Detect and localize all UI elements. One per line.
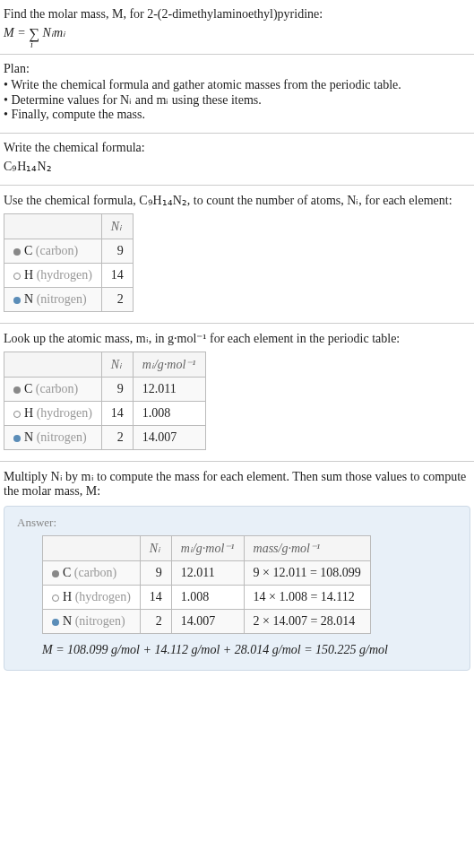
table-row: C (carbon) 9 12.011: [4, 378, 206, 402]
n-cell: 14: [101, 264, 133, 288]
table-row: H (hydrogen) 14 1.008: [4, 402, 206, 426]
chemformula-value: C₉H₁₄N₂: [4, 159, 470, 174]
answer-box: Answer: Nᵢ mᵢ/g·mol⁻¹ mass/g·mol⁻¹ C (ca…: [4, 506, 470, 671]
formula-rhs: Nᵢmᵢ: [43, 26, 65, 39]
sigma-sub: i: [30, 39, 33, 49]
m-cell: 1.008: [171, 586, 244, 610]
table-row: H (hydrogen) 14: [4, 264, 134, 288]
intro-formula: M = ∑ i Nᵢmᵢ: [4, 25, 470, 43]
table-header-row: Nᵢ: [4, 214, 134, 239]
elem-sym: H: [24, 268, 33, 282]
n-cell: 9: [140, 561, 171, 586]
header-cell: mass/g·mol⁻¹: [244, 536, 370, 561]
elem-sym: N: [24, 292, 33, 306]
n-cell: 2: [101, 426, 133, 450]
formula-lhs: M =: [4, 26, 29, 39]
dot-icon: [13, 297, 21, 304]
plan-item: • Determine values for Nᵢ and mᵢ using t…: [4, 92, 470, 108]
header-cell: Nᵢ: [140, 536, 171, 561]
header-cell: [43, 536, 141, 561]
table-row: H (hydrogen) 14 1.008 14 × 1.008 = 14.11…: [43, 586, 371, 610]
n-cell: 2: [140, 610, 171, 634]
header-cell: [4, 214, 102, 239]
dot-icon: [52, 570, 59, 577]
chemformula-title: Write the chemical formula:: [4, 141, 470, 155]
mass-cell: 9 × 12.011 = 108.099: [244, 561, 370, 586]
elem-name: (carbon): [36, 244, 78, 257]
m-cell: 1.008: [133, 402, 205, 426]
elem-sym: C: [63, 566, 71, 579]
dot-icon: [13, 273, 21, 280]
elem-sym: N: [24, 430, 33, 444]
elem-sym: N: [63, 614, 72, 628]
n-cell: 14: [101, 402, 133, 426]
dot-icon: [52, 595, 59, 602]
n-cell: 9: [101, 378, 133, 402]
table-row: N (nitrogen) 2: [4, 288, 134, 312]
elem-sym: H: [63, 590, 72, 603]
element-cell: H (hydrogen): [4, 264, 102, 288]
mass-cell: 2 × 14.007 = 28.014: [244, 610, 370, 634]
plan-item: • Finally, compute the mass.: [4, 108, 470, 122]
answer-table: Nᵢ mᵢ/g·mol⁻¹ mass/g·mol⁻¹ C (carbon) 9 …: [42, 535, 371, 634]
elem-name: (nitrogen): [37, 430, 87, 444]
element-cell: C (carbon): [4, 239, 102, 264]
elem-name: (nitrogen): [75, 614, 125, 628]
dot-icon: [13, 435, 21, 442]
elem-name: (nitrogen): [37, 292, 87, 306]
element-cell: C (carbon): [4, 378, 102, 402]
element-cell: H (hydrogen): [4, 402, 102, 426]
plan-item: • Write the chemical formula and gather …: [4, 78, 470, 92]
count-table: Nᵢ C (carbon) 9 H (hydrogen) 14 N (nitro…: [4, 213, 134, 312]
m-cell: 14.007: [133, 426, 205, 450]
header-cell: mᵢ/g·mol⁻¹: [133, 352, 205, 378]
table-row: N (nitrogen) 2 14.007: [4, 426, 206, 450]
dot-icon: [13, 248, 21, 256]
m-cell: 12.011: [133, 378, 205, 402]
table-header-row: Nᵢ mᵢ/g·mol⁻¹: [4, 352, 206, 378]
elem-sym: C: [24, 244, 32, 257]
dot-icon: [13, 411, 21, 418]
element-cell: H (hydrogen): [43, 586, 141, 610]
element-cell: N (nitrogen): [43, 610, 141, 634]
dot-icon: [13, 386, 21, 394]
n-cell: 14: [140, 586, 171, 610]
answer-table-wrap: Nᵢ mᵢ/g·mol⁻¹ mass/g·mol⁻¹ C (carbon) 9 …: [17, 535, 457, 634]
final-result: M = 108.099 g/mol + 14.112 g/mol + 28.01…: [17, 643, 457, 657]
elem-name: (hydrogen): [37, 406, 92, 420]
n-cell: 9: [101, 239, 133, 264]
table-row: N (nitrogen) 2 14.007 2 × 14.007 = 28.01…: [43, 610, 371, 634]
plan-list: • Write the chemical formula and gather …: [4, 78, 470, 122]
count-section: Use the chemical formula, C₉H₁₄N₂, to co…: [0, 186, 474, 323]
plan-title: Plan:: [4, 62, 470, 76]
intro-line: Find the molar mass, M, for 2-(2-dimethy…: [4, 7, 470, 22]
multiply-section: Multiply Nᵢ by mᵢ to compute the mass fo…: [0, 462, 474, 502]
multiply-text: Multiply Nᵢ by mᵢ to compute the mass fo…: [4, 469, 470, 499]
m-cell: 12.011: [171, 561, 244, 586]
header-cell: Nᵢ: [101, 214, 133, 239]
mass-section: Look up the atomic mass, mᵢ, in g·mol⁻¹ …: [0, 324, 474, 461]
elem-name: (hydrogen): [37, 268, 92, 282]
table-row: C (carbon) 9 12.011 9 × 12.011 = 108.099: [43, 561, 371, 586]
mass-table: Nᵢ mᵢ/g·mol⁻¹ C (carbon) 9 12.011 H (hyd…: [4, 352, 206, 450]
elem-sym: H: [24, 406, 33, 420]
dot-icon: [52, 619, 59, 626]
chemformula-section: Write the chemical formula: C₉H₁₄N₂: [0, 134, 474, 185]
element-cell: N (nitrogen): [4, 288, 102, 312]
intro-section: Find the molar mass, M, for 2-(2-dimethy…: [0, 0, 474, 54]
n-cell: 2: [101, 288, 133, 312]
table-row: C (carbon) 9: [4, 239, 134, 264]
header-cell: Nᵢ: [101, 352, 133, 378]
plan-section: Plan: • Write the chemical formula and g…: [0, 55, 474, 133]
table-header-row: Nᵢ mᵢ/g·mol⁻¹ mass/g·mol⁻¹: [43, 536, 371, 561]
answer-label: Answer:: [17, 516, 457, 530]
mass-cell: 14 × 1.008 = 14.112: [244, 586, 370, 610]
element-cell: N (nitrogen): [4, 426, 102, 450]
elem-name: (hydrogen): [75, 590, 131, 603]
element-cell: C (carbon): [43, 561, 141, 586]
elem-name: (carbon): [36, 382, 78, 395]
m-cell: 14.007: [171, 610, 244, 634]
header-cell: [4, 352, 102, 378]
count-text: Use the chemical formula, C₉H₁₄N₂, to co…: [4, 193, 470, 208]
mass-text: Look up the atomic mass, mᵢ, in g·mol⁻¹ …: [4, 331, 470, 346]
